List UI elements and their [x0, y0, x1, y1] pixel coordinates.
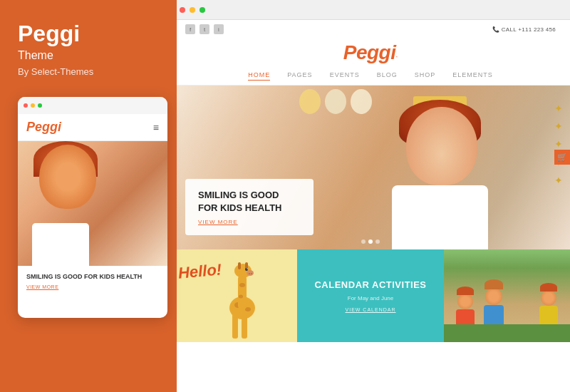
dot-1[interactable] [361, 239, 366, 244]
hero-stars: ✦✦✦✦✦ [554, 100, 563, 190]
browser-top-bar [171, 0, 570, 20]
site-logo-row: Peggi· [185, 38, 556, 67]
kid3-hair [540, 283, 557, 292]
nav-elements[interactable]: ELEMENTS [452, 71, 493, 81]
card-calendar: CALENDAR ACTIVITIES For May and June VIE… [297, 249, 445, 342]
hero-headline: SMILING IS GOOD FOR KIDS HEALTH [198, 189, 301, 215]
browser-dot-yellow [190, 7, 195, 13]
hero-view-more-link[interactable]: VIEW MORE [198, 219, 301, 225]
desktop-mockup: f t i 📞 CALL +111 223 456 Peggi· HOME PA… [171, 0, 570, 392]
giraffe-illustration [217, 257, 274, 342]
theme-label: Theme [18, 49, 159, 62]
nav-events[interactable]: EVENTS [330, 71, 360, 81]
svg-rect-9 [238, 262, 241, 269]
svg-point-7 [239, 295, 243, 299]
nav-home[interactable]: HOME [248, 71, 270, 81]
mobile-logo: Peggi [26, 120, 61, 135]
svg-point-12 [247, 268, 248, 269]
mobile-hero-image [18, 141, 167, 266]
nav-pages[interactable]: PAGES [287, 71, 312, 81]
mobile-top-bar [18, 97, 167, 114]
social-icons: f t i [185, 24, 224, 34]
hello-text: Hello! [177, 260, 222, 282]
svg-rect-5 [238, 274, 247, 310]
theme-title: Peggi Theme By Select-Themes [18, 21, 159, 77]
grass [444, 324, 570, 342]
call-label: CALL [502, 26, 517, 33]
call-number: +111 223 456 [518, 26, 556, 33]
mobile-dot-red [24, 103, 28, 108]
svg-point-14 [249, 273, 250, 274]
brand-name: Peggi [18, 21, 159, 46]
left-panel: Peggi Theme By Select-Themes Peggi ≡ SMI… [0, 0, 177, 392]
hero-slider-dots [361, 239, 380, 244]
calendar-card-title: CALENDAR ACTIVITIES [314, 279, 426, 292]
calendar-view-link[interactable]: VIEW CALENDAR [346, 307, 396, 312]
cart-icon: 🛒 [557, 153, 567, 162]
balloon-light [325, 89, 346, 114]
mobile-baby-body [32, 223, 89, 266]
hamburger-icon[interactable]: ≡ [153, 122, 159, 133]
site-top-bar: f t i 📞 CALL +111 223 456 [185, 24, 556, 34]
logo-dot: · [395, 53, 398, 61]
site-logo[interactable]: Peggi [343, 41, 396, 63]
kid3-head [541, 290, 556, 306]
facebook-icon[interactable]: f [185, 24, 195, 34]
mobile-headline: SMILING IS GOOD FOR KIDS HEALTH [26, 273, 159, 282]
card-photo [444, 249, 570, 342]
svg-point-13 [247, 270, 254, 276]
website-content: f t i 📞 CALL +111 223 456 Peggi· HOME PA… [171, 20, 570, 392]
nav-shop[interactable]: SHOP [415, 71, 436, 81]
hero-baby-illustration [370, 93, 513, 249]
cards-row: Hello! [171, 249, 570, 342]
cart-icon-container[interactable]: 🛒 [554, 150, 570, 165]
mobile-header: Peggi ≡ [18, 114, 167, 141]
mobile-text-overlay: SMILING IS GOOD FOR KIDS HEALTH VIEW MOR… [18, 266, 167, 296]
dot-3[interactable] [375, 239, 380, 244]
call-info: 📞 CALL +111 223 456 [492, 26, 556, 33]
baby-body [392, 185, 488, 249]
by-label: By Select-Themes [18, 66, 159, 77]
mobile-dot-yellow [31, 103, 35, 108]
mobile-mockup: Peggi ≡ SMILING IS GOOD FOR KIDS HEALTH … [18, 97, 167, 318]
mobile-dot-green [38, 103, 42, 108]
svg-point-15 [251, 273, 252, 274]
browser-dot-red [180, 7, 185, 13]
dot-2[interactable] [368, 239, 373, 244]
kid2-head [485, 288, 502, 305]
calendar-card-subtitle: For May and June [348, 295, 393, 301]
card-hello: Hello! [171, 249, 297, 342]
baby-head [406, 107, 477, 185]
site-nav: HOME PAGES EVENTS BLOG SHOP ELEMENTS [185, 67, 556, 85]
hero-text-box: SMILING IS GOOD FOR KIDS HEALTH VIEW MOR… [185, 179, 314, 235]
mobile-baby-face [39, 145, 96, 209]
mobile-view-more[interactable]: VIEW MORE [26, 284, 159, 289]
kid1-head [457, 294, 473, 309]
browser-dot-green [200, 7, 205, 13]
twitter-icon[interactable]: t [200, 24, 209, 34]
hero-balloons [299, 89, 372, 114]
balloon-cream [351, 89, 372, 114]
kids-photo [444, 249, 570, 342]
instagram-icon[interactable]: i [214, 24, 224, 34]
hero-section: ✦✦✦✦✦ SMILING IS GOOD FOR KIDS HEALTH VI… [171, 86, 570, 249]
site-header: f t i 📞 CALL +111 223 456 Peggi· HOME PA… [171, 20, 570, 86]
nav-blog[interactable]: BLOG [377, 71, 398, 81]
svg-point-6 [239, 283, 245, 287]
kid2-hair [484, 279, 503, 289]
balloon-yellow [299, 89, 321, 114]
kid1-hair [457, 287, 474, 295]
